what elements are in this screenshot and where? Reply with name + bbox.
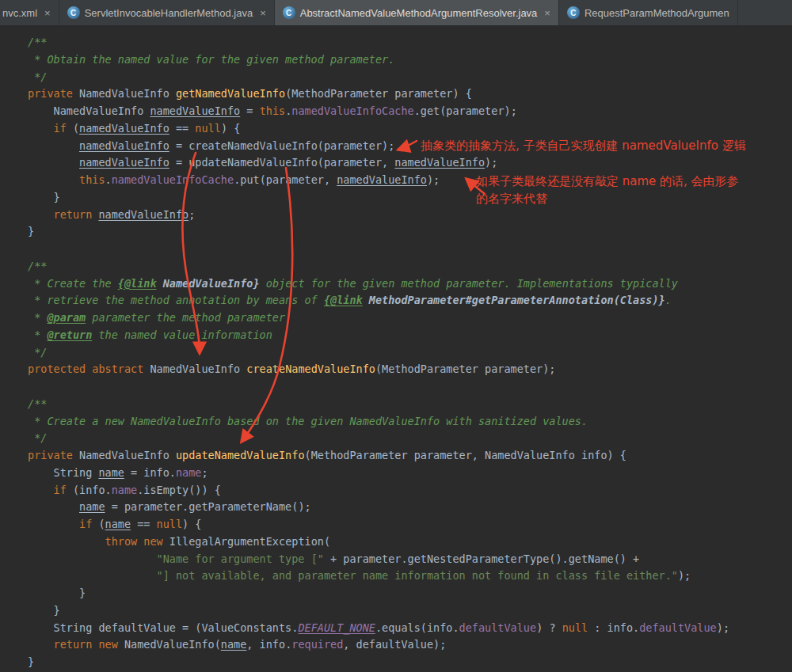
tab-bar: nvc.xml×CServletInvocableHandlerMethod.j… <box>0 0 792 26</box>
code-line <box>28 241 792 258</box>
code-line: /** <box>28 34 792 51</box>
code-line: throw new IllegalArgumentException( <box>28 533 792 551</box>
code-line: if (name == null) { <box>28 516 792 533</box>
annotation-note-2-line1: 如果子类最终还是没有敲定 name 的话, 会由形参 <box>476 174 739 189</box>
code-line: */ <box>28 69 792 86</box>
java-class-icon: C <box>567 6 580 19</box>
code-line: } <box>28 189 792 207</box>
code-lines: /** * Obtain the named value for the giv… <box>28 34 792 671</box>
code-line: if (namedValueInfo == null) { <box>28 120 792 138</box>
code-line: } <box>28 585 792 602</box>
code-line: * Create a new NamedValueInfo based on t… <box>28 413 792 431</box>
close-icon[interactable]: × <box>544 7 550 19</box>
code-line: name = parameter.getParameterName(); <box>28 499 792 516</box>
code-line: "Name for argument type [" + parameter.g… <box>28 551 792 568</box>
code-line: * @param parameter the method parameter <box>28 309 792 327</box>
tab-label: AbstractNamedValueMethodArgumentResolver… <box>300 7 538 19</box>
close-icon[interactable]: × <box>44 7 51 19</box>
code-line: } <box>28 654 792 671</box>
editor-tab[interactable]: CRequestParamMethodArgumen <box>559 0 738 25</box>
code-line: protected abstract NamedValueInfo create… <box>28 361 792 378</box>
tab-label: ServletInvocableHandlerMethod.java <box>85 7 253 19</box>
code-line: if (info.name.isEmpty()) { <box>28 482 792 499</box>
code-line: * retrieve the method annotation by mean… <box>28 292 792 309</box>
code-line: * Obtain the named value for the given m… <box>28 51 792 69</box>
code-line: String defaultValue = (ValueConstants.DE… <box>28 620 792 637</box>
annotation-note-2-line2: 的名字来代替 <box>476 192 547 207</box>
editor-tab[interactable]: CAbstractNamedValueMethodArgumentResolve… <box>275 0 559 25</box>
code-line: "] not available, and parameter name inf… <box>28 568 792 585</box>
code-line: /** <box>28 258 792 275</box>
code-line: return new NamedValueInfo(name, info.req… <box>28 636 792 654</box>
java-class-icon: C <box>67 6 80 19</box>
code-line: /** <box>28 396 792 413</box>
code-line: namedValueInfo = updateNamedValueInfo(pa… <box>28 154 792 172</box>
code-line: } <box>28 602 792 620</box>
code-line: return namedValueInfo; <box>28 207 792 224</box>
tab-label: nvc.xml <box>2 7 37 19</box>
editor-tab[interactable]: CServletInvocableHandlerMethod.java× <box>59 0 275 25</box>
code-line: private NamedValueInfo getNamedValueInfo… <box>28 85 792 103</box>
java-class-icon: C <box>283 6 295 19</box>
code-line: */ <box>28 344 792 362</box>
code-line: NamedValueInfo namedValueInfo = this.nam… <box>28 103 792 120</box>
code-line: * Create the {@link NamedValueInfo} obje… <box>28 275 792 293</box>
code-line: * @return the named value information <box>28 327 792 344</box>
code-line: */ <box>28 430 792 447</box>
code-line: String name = info.name; <box>28 465 792 482</box>
code-line: private NamedValueInfo updateNamedValueI… <box>28 447 792 465</box>
annotation-note-1: 抽象类的抽象方法, 子类自己实现创建 namedValueInfo 逻辑 <box>421 139 746 154</box>
code-editor[interactable]: /** * Obtain the named value for the giv… <box>0 26 792 672</box>
close-icon[interactable]: × <box>260 7 266 19</box>
tab-label: RequestParamMethodArgumen <box>584 7 729 19</box>
editor-tab[interactable]: nvc.xml× <box>0 0 59 25</box>
code-line: } <box>28 223 792 241</box>
code-line <box>28 378 792 396</box>
